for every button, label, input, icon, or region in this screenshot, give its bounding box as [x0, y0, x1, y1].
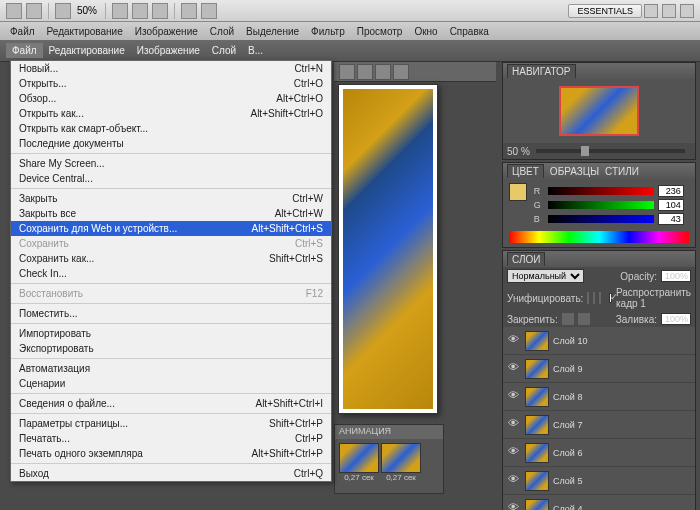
hand-icon[interactable] [112, 3, 128, 19]
menu-item[interactable]: Изображение [129, 24, 204, 39]
animation-frame[interactable]: 0,27 сек [381, 443, 421, 482]
menu-item[interactable]: Слой [206, 43, 242, 58]
animation-frame[interactable]: 0,27 сек [339, 443, 379, 482]
styles-tab[interactable]: СТИЛИ [605, 166, 639, 177]
g-slider[interactable] [548, 201, 654, 209]
menu-item[interactable]: Редактирование [43, 43, 131, 58]
visibility-icon[interactable]: 👁 [505, 361, 521, 377]
menu-item[interactable]: Сведения о файле...Alt+Shift+Ctrl+I [11, 396, 331, 411]
layers-panel: СЛОИ Нормальный Opacity: 100% Унифициров… [502, 250, 696, 510]
menu-item[interactable]: В... [242, 43, 269, 58]
menu-item[interactable]: Поместить... [11, 306, 331, 321]
animation-tab[interactable]: АНИМАЦИЯ [335, 425, 443, 439]
unify-icon[interactable] [587, 292, 589, 304]
layer-row[interactable]: 👁Слой 4 [503, 495, 695, 510]
color-tab[interactable]: ЦВЕТ [507, 164, 544, 178]
b-value[interactable]: 43 [658, 213, 684, 225]
tool-icon[interactable] [339, 64, 355, 80]
r-value[interactable]: 236 [658, 185, 684, 197]
menu-item[interactable]: Параметры страницы...Shift+Ctrl+P [11, 416, 331, 431]
swatches-tab[interactable]: ОБРАЗЦЫ [550, 166, 599, 177]
propagate-checkbox[interactable] [609, 293, 612, 303]
bridge-icon[interactable] [26, 3, 42, 19]
menu-item[interactable]: Импортировать [11, 326, 331, 341]
menu-item[interactable]: Редактирование [41, 24, 129, 39]
fill-value[interactable]: 100% [661, 313, 691, 325]
main-menubar: ФайлРедактированиеИзображениеСлойВыделен… [0, 22, 700, 40]
menu-item[interactable]: Закрыть всеAlt+Ctrl+W [11, 206, 331, 221]
color-swatch[interactable] [509, 183, 527, 201]
layer-row[interactable]: 👁Слой 10 [503, 327, 695, 355]
layer-thumb [525, 359, 549, 379]
menu-item[interactable]: Печать одного экземпляраAlt+Shift+Ctrl+P [11, 446, 331, 461]
menu-item[interactable]: ЗакрытьCtrl+W [11, 191, 331, 206]
ps-icon[interactable] [6, 3, 22, 19]
screen-icon[interactable] [201, 3, 217, 19]
document-canvas[interactable] [338, 84, 438, 414]
g-value[interactable]: 104 [658, 199, 684, 211]
menu-item[interactable]: Device Central... [11, 171, 331, 186]
navigator-thumb[interactable] [559, 86, 639, 136]
unify-icon[interactable] [599, 292, 601, 304]
layer-row[interactable]: 👁Слой 9 [503, 355, 695, 383]
menu-item[interactable]: Слой [204, 24, 240, 39]
tool-icon[interactable] [375, 64, 391, 80]
visibility-icon[interactable]: 👁 [505, 417, 521, 433]
visibility-icon[interactable]: 👁 [505, 445, 521, 461]
arrange-icon[interactable] [181, 3, 197, 19]
menu-item[interactable]: Файл [4, 24, 41, 39]
menu-item[interactable]: Окно [408, 24, 443, 39]
workspace-badge[interactable]: ESSENTIALS [568, 4, 642, 18]
menu-item[interactable]: Check In... [11, 266, 331, 281]
menu-item[interactable]: Share My Screen... [11, 156, 331, 171]
menu-item[interactable]: ВыходCtrl+Q [11, 466, 331, 481]
menu-item[interactable]: Файл [6, 43, 43, 58]
close-icon[interactable] [680, 4, 694, 18]
menu-item[interactable]: Открыть как смарт-объект... [11, 121, 331, 136]
menu-item[interactable]: Обзор...Alt+Ctrl+O [11, 91, 331, 106]
menu-item[interactable]: Сохранить как...Shift+Ctrl+S [11, 251, 331, 266]
maximize-icon[interactable] [662, 4, 676, 18]
tool-icon[interactable] [357, 64, 373, 80]
visibility-icon[interactable]: 👁 [505, 501, 521, 511]
opacity-value[interactable]: 100% [661, 270, 691, 282]
menu-item[interactable]: Изображение [131, 43, 206, 58]
menu-item[interactable]: Экспортировать [11, 341, 331, 356]
menu-item[interactable]: Справка [444, 24, 495, 39]
menu-item[interactable]: Сохранить для Web и устройств...Alt+Shif… [11, 221, 331, 236]
menu-item[interactable]: Фильтр [305, 24, 351, 39]
visibility-icon[interactable]: 👁 [505, 473, 521, 489]
visibility-icon[interactable]: 👁 [505, 333, 521, 349]
layer-row[interactable]: 👁Слой 8 [503, 383, 695, 411]
color-spectrum[interactable] [509, 231, 689, 243]
navigator-tab[interactable]: НАВИГАТОР [507, 64, 576, 78]
menu-item[interactable]: Выделение [240, 24, 305, 39]
minimize-icon[interactable] [644, 4, 658, 18]
r-slider[interactable] [548, 187, 654, 195]
unify-icon[interactable] [593, 292, 595, 304]
menu-item[interactable]: Автоматизация [11, 361, 331, 376]
menu-item[interactable]: Последние документы [11, 136, 331, 151]
rotate-icon[interactable] [152, 3, 168, 19]
layer-row[interactable]: 👁Слой 6 [503, 439, 695, 467]
menu-item[interactable]: Новый...Ctrl+N [11, 61, 331, 76]
tool-icon[interactable] [393, 64, 409, 80]
menu-item[interactable]: Просмотр [351, 24, 409, 39]
layout-icon[interactable] [55, 3, 71, 19]
layer-row[interactable]: 👁Слой 7 [503, 411, 695, 439]
nav-zoom-value[interactable]: 50 % [507, 146, 530, 157]
layer-row[interactable]: 👁Слой 5 [503, 467, 695, 495]
menu-item[interactable]: Открыть как...Alt+Shift+Ctrl+O [11, 106, 331, 121]
lock-icon[interactable] [562, 313, 574, 325]
menu-item[interactable]: Печатать...Ctrl+P [11, 431, 331, 446]
nav-zoom-slider[interactable] [536, 149, 685, 153]
b-slider[interactable] [548, 215, 654, 223]
menu-item[interactable]: Открыть...Ctrl+O [11, 76, 331, 91]
layers-tab[interactable]: СЛОИ [507, 252, 545, 266]
lock-icon[interactable] [578, 313, 590, 325]
blend-mode-select[interactable]: Нормальный [507, 269, 584, 283]
menu-item[interactable]: Сценарии [11, 376, 331, 391]
zoom-level[interactable]: 50% [77, 5, 97, 16]
zoom-icon[interactable] [132, 3, 148, 19]
visibility-icon[interactable]: 👁 [505, 389, 521, 405]
